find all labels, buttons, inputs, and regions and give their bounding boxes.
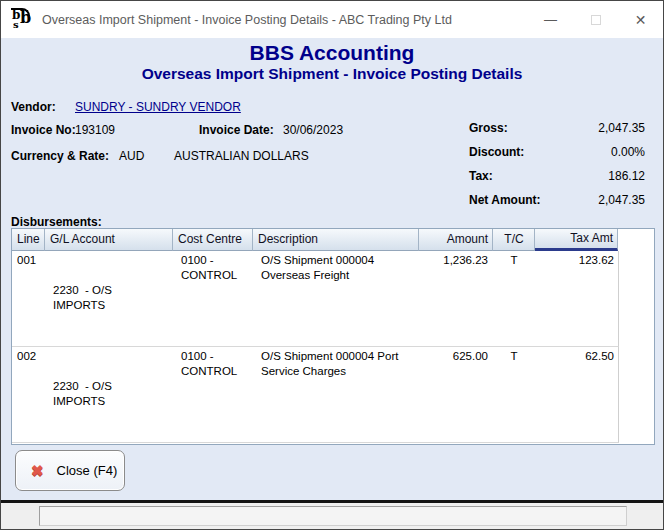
title-bar: bbs Overseas Import Shipment - Invoice P…	[1, 1, 663, 38]
column-header-line[interactable]: Line	[12, 229, 45, 251]
invoice-date-value: 30/06/2023	[283, 123, 343, 137]
column-header-tax-amt[interactable]: Tax Amt	[535, 229, 618, 251]
app-logo-icon: bbs	[10, 8, 34, 32]
cell-cost-centre: 0100 -CONTROL	[173, 349, 253, 439]
cell-amount: 625.00	[419, 349, 493, 439]
tax-row: Tax: 186.12	[469, 169, 645, 193]
gross-row: Gross: 2,047.35	[469, 121, 645, 145]
cell-cost-centre: 0100 -CONTROL	[173, 253, 253, 343]
status-bar	[1, 503, 663, 529]
net-amount-row: Net Amount: 2,047.35	[469, 193, 645, 217]
close-button[interactable]: ✖ Close (F4)	[15, 450, 125, 491]
tax-value: 186.12	[608, 169, 645, 193]
cell-tax-amt: 62.50	[535, 349, 618, 439]
currency-name: AUSTRALIAN DOLLARS	[174, 149, 309, 163]
page-title: Overseas Import Shipment - Invoice Posti…	[1, 65, 663, 83]
tax-label: Tax:	[469, 169, 493, 193]
status-message-box	[39, 506, 627, 526]
gross-label: Gross:	[469, 121, 508, 145]
cell-description: O/S Shipment 000004Overseas Freight	[253, 253, 419, 343]
column-header-description[interactable]: Description	[253, 229, 419, 251]
window-title: Overseas Import Shipment - Invoice Posti…	[42, 13, 452, 27]
cell-description: O/S Shipment 000004 PortService Charges	[253, 349, 419, 439]
net-amount-label: Net Amount:	[469, 193, 541, 217]
vendor-label: Vendor:	[11, 100, 56, 114]
cell-tc: T	[493, 349, 535, 439]
cell-line: 001	[12, 253, 45, 343]
disbursements-table: Line G/L Account Cost Centre Description…	[11, 228, 655, 445]
currency-label: Currency & Rate:	[11, 149, 109, 163]
invoice-date-label: Invoice Date:	[199, 123, 274, 137]
dialog-content: BBS Accounting Overseas Import Shipment …	[1, 38, 663, 500]
cell-amount: 1,236.23	[419, 253, 493, 343]
column-header-cost-centre[interactable]: Cost Centre	[173, 229, 253, 251]
table-row[interactable]: 001 2230 - O/SIMPORTS 0100 -CONTROL O/S …	[12, 251, 619, 347]
column-header-tc[interactable]: T/C	[493, 229, 535, 251]
invoice-no-label: Invoice No:	[11, 123, 76, 137]
close-window-icon[interactable]: ✕	[618, 1, 663, 38]
table-row[interactable]: 002 2230 - O/SIMPORTS 0100 -CONTROL O/S …	[12, 347, 619, 443]
discount-label: Discount:	[469, 145, 524, 169]
close-x-icon: ✖	[31, 462, 44, 480]
disbursements-label: Disbursements:	[11, 215, 102, 229]
currency-code: AUD	[119, 149, 144, 163]
totals-panel: Gross: 2,047.35 Discount: 0.00% Tax: 186…	[469, 121, 645, 217]
vendor-link[interactable]: SUNDRY - SUNDRY VENDOR	[75, 100, 241, 114]
minimize-icon[interactable]: —	[528, 1, 573, 38]
cell-gl-account: 2230 - O/SIMPORTS	[45, 253, 173, 343]
window-controls: — ✕	[528, 1, 663, 38]
column-header-amount[interactable]: Amount	[419, 229, 493, 251]
cell-tc: T	[493, 253, 535, 343]
cell-line: 002	[12, 349, 45, 439]
column-header-gl-account[interactable]: G/L Account	[45, 229, 173, 251]
gross-value: 2,047.35	[598, 121, 645, 145]
cell-gl-account: 2230 - O/SIMPORTS	[45, 349, 173, 439]
maximize-icon	[573, 1, 618, 38]
app-window: bbs Overseas Import Shipment - Invoice P…	[0, 0, 664, 530]
net-amount-value: 2,047.35	[598, 193, 645, 217]
discount-row: Discount: 0.00%	[469, 145, 645, 169]
invoice-no-value: 193109	[75, 123, 115, 137]
table-header-row: Line G/L Account Cost Centre Description…	[12, 229, 654, 251]
discount-value: 0.00%	[611, 145, 645, 169]
app-title: BBS Accounting	[1, 38, 663, 65]
close-button-label: Close (F4)	[57, 463, 118, 478]
cell-tax-amt: 123.62	[535, 253, 618, 343]
